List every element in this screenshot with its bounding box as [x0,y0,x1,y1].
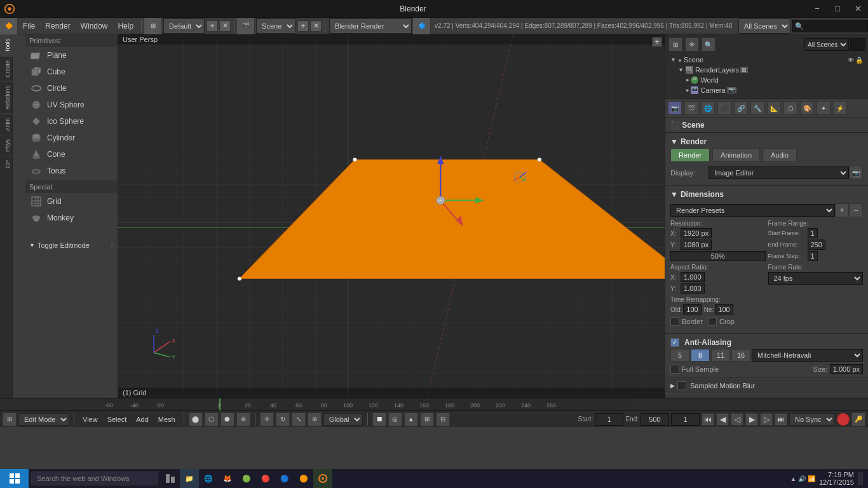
display-dropdown[interactable]: Image Editor [709,166,849,179]
prop-modifiers-icon[interactable]: 🔧 [750,101,764,115]
aa-filter-select[interactable]: Mitchell-Netravali [752,349,863,362]
end-frame-field[interactable]: 250 [808,240,825,250]
aa-checkbox[interactable]: ✓ [670,338,679,347]
scene-lock-icon[interactable]: 🔒 [855,57,863,64]
size-field[interactable]: 1.000 px [830,364,863,374]
primitive-grid[interactable]: Grid [25,193,118,210]
aspect-y-field[interactable]: 1.000 [681,283,705,294]
prop-render-icon[interactable]: 📷 [668,101,682,115]
tab-animation[interactable]: Animation [712,148,760,162]
add-screen-button[interactable]: + [207,20,218,32]
view-btn[interactable]: 👁 [685,37,699,51]
aa-btn-8[interactable]: 8 [691,349,710,362]
play-reverse-btn[interactable]: ◁ [731,413,743,426]
blender-icon-btn[interactable]: 🔶 [0,18,18,34]
prop-data-icon[interactable]: 📐 [767,101,781,115]
status-add[interactable]: Add [132,416,153,423]
transform-btn[interactable]: ✛ [260,412,274,426]
search-input[interactable] [792,20,868,32]
tab-create[interactable]: Create [0,56,13,81]
taskbar-app-5[interactable]: 🔵 [275,469,294,488]
taskbar-app-4[interactable]: 🔴 [256,469,275,488]
dimensions-title[interactable]: ▼ Dimensions [670,188,863,201]
toggle-editmode[interactable]: ▼ Toggle Editmode :: [25,239,118,252]
fps-dropdown[interactable]: 24 fps [768,272,864,285]
tree-world[interactable]: ● W World [683,75,865,85]
prop-object-icon[interactable]: ⬛ [717,101,731,115]
aspect-x-field[interactable]: 1.000 [681,272,705,282]
aa-btn-5[interactable]: 5 [670,349,689,362]
shading-render-btn[interactable]: ⊛ [236,412,250,426]
minimize-button[interactable]: − [807,0,827,18]
res-x-field[interactable]: 1920 px [681,228,712,238]
frame-step-field[interactable]: 1 [808,251,818,261]
remove-scene-button[interactable]: ✕ [310,20,322,32]
scenes-dropdown[interactable]: All Scenes [804,38,849,51]
maximize-button[interactable]: □ [827,0,848,18]
status-select[interactable]: Select [104,416,131,423]
current-frame-ctrl[interactable]: 1 [671,413,700,426]
screen-layout-icon[interactable]: ⊞ [144,18,162,34]
border-checkbox[interactable] [670,317,679,326]
occlude-btn[interactable]: ⊞ [420,412,434,426]
prop-scene-icon[interactable]: 🎬 [684,101,698,115]
primitive-cylinder[interactable]: Cylinder [25,130,118,146]
scene-search-dropdown[interactable]: All Scenes [738,18,790,34]
taskbar-app-explorer[interactable]: 📁 [180,469,199,488]
taskbar-app-browser2[interactable]: 🦊 [218,469,237,488]
close-button[interactable]: ✕ [848,0,868,18]
menu-window[interactable]: Window [76,18,113,34]
menu-help[interactable]: Help [112,18,139,34]
notification-bar[interactable] [858,472,863,485]
prop-world-icon[interactable]: 🌐 [701,101,715,115]
shading-solid-btn[interactable]: ⬤ [189,412,203,426]
keying-btn[interactable]: 🔑 [851,412,865,426]
primitive-icosphere[interactable]: Ico Sphere [25,113,118,130]
tab-physics[interactable]: Phys [0,135,13,156]
viewport-expand-button[interactable]: + [652,37,662,47]
prop-physics-icon[interactable]: ⚡ [833,101,847,115]
render-engine-dropdown[interactable]: Blender Render [329,18,412,34]
prop-constraints-icon[interactable]: 🔗 [734,101,748,115]
scale-btn[interactable]: ⤡ [292,412,306,426]
full-sample-checkbox[interactable] [670,365,679,374]
add-scene-button[interactable]: + [297,20,309,32]
primitive-uvsphere[interactable]: UV Sphere [25,97,118,113]
tab-grease-pencil[interactable]: GP [0,156,13,172]
menu-render[interactable]: Render [40,18,75,34]
status-mesh[interactable]: Mesh [154,416,179,423]
tab-tools[interactable]: Tools [0,34,13,56]
tab-audio[interactable]: Audio [763,148,797,162]
proportional-btn[interactable]: ◎ [388,412,402,426]
taskbar-blender[interactable] [313,469,332,488]
percent-field[interactable]: 50% [670,251,766,261]
primitive-cube[interactable]: Cube [25,64,118,80]
sync-dropdown[interactable]: No Sync [789,413,835,426]
render-title[interactable]: ▼ Render [670,135,863,148]
tree-scene[interactable]: ▼ ● Scene 👁 🔒 [668,55,865,65]
end-frame-ctrl[interactable]: 500 [641,413,669,426]
taskbar-task-view[interactable] [161,469,180,488]
render-presets-dropdown[interactable]: Render Presets [670,204,835,217]
taskbar-app-chrome[interactable]: 🟢 [237,469,256,488]
primitive-monkey[interactable]: Monkey [25,210,118,226]
motion-blur-checkbox[interactable] [677,381,686,390]
tree-renderlayers[interactable]: ▼ RL RenderLayers ⊞ [675,65,865,75]
taskbar-app-browser1[interactable]: 🌐 [199,469,218,488]
aa-btn-11[interactable]: 11 [711,349,730,362]
shading-wire-btn[interactable]: ⬡ [205,412,219,426]
motion-blur-header[interactable]: ▶ Sampled Motion Blur [665,379,868,393]
rotate-btn[interactable]: ↻ [276,412,290,426]
tab-relations[interactable]: Relations [0,81,13,114]
presets-remove-btn[interactable]: − [849,203,863,217]
jump-end-btn[interactable]: ⏭ [775,413,787,426]
remove-screen-button[interactable]: ✕ [219,20,231,32]
outliner-icon[interactable]: ⊞ [668,37,682,51]
transform-manipulator-btn[interactable]: ⊕ [308,412,322,426]
prop-material-icon[interactable]: ⬡ [783,101,797,115]
engine-icon[interactable]: 🔷 [413,18,431,34]
display-cam-icon[interactable]: 📷 [849,166,863,180]
res-y-field[interactable]: 1080 px [681,240,712,250]
prop-texture-icon[interactable]: 🎨 [800,101,814,115]
mesh-select-mode-btn[interactable]: ▲ [404,412,418,426]
